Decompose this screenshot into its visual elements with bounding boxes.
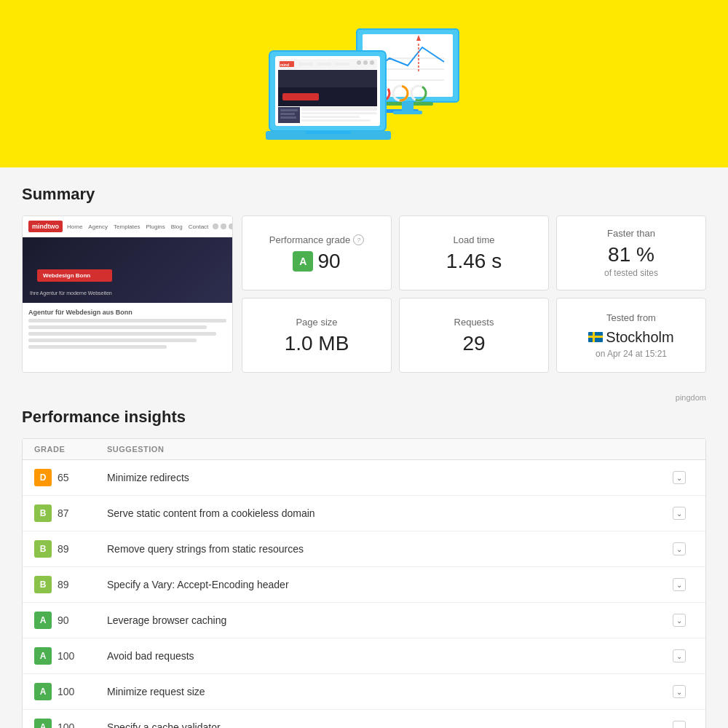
svg-rect-23 [317, 63, 331, 66]
insight-grade-cell: A 100 [34, 647, 107, 665]
insight-grade-cell: B 87 [34, 505, 107, 522]
page-size-value: 1.0 MB [285, 333, 349, 354]
svg-rect-22 [298, 63, 313, 66]
metric-label-performance: Performance grade ? [269, 234, 364, 245]
metric-tested-from: Tested from Stockholm on Apr 24 at 15:21 [556, 298, 706, 373]
performance-grade-badge: A [293, 251, 313, 272]
preview-nav: HomeAgencyTemplatesPluginsBlogContact [67, 223, 208, 230]
header-grade: GRADE [34, 445, 107, 454]
preview-dots [213, 223, 233, 229]
svg-rect-35 [301, 107, 377, 111]
insight-grade-badge: B [34, 505, 52, 522]
metric-requests: Requests 29 [399, 298, 549, 373]
summary-container: mindtwo HomeAgencyTemplatesPluginsBlogCo… [22, 215, 706, 373]
metric-faster-than: Faster than 81 % of tested sites [556, 215, 706, 290]
metric-label-tested-from: Tested from [606, 312, 656, 323]
insight-score: 89 [58, 543, 69, 555]
summary-title: Summary [22, 185, 706, 204]
svg-rect-24 [335, 63, 349, 66]
svg-rect-32 [280, 109, 298, 111]
insight-suggestion: Minimize request size [107, 686, 665, 697]
insight-expand-button[interactable]: ⌄ [665, 507, 694, 520]
svg-rect-30 [282, 93, 319, 100]
insight-expand-button[interactable]: ⌄ [665, 578, 694, 591]
insight-score: 100 [58, 721, 74, 728]
insight-row[interactable]: A 90 Leverage browser caching ⌄ [23, 603, 705, 638]
insight-grade-badge: A [34, 612, 52, 629]
metric-label-load-time: Load time [453, 234, 494, 245]
insight-row[interactable]: D 65 Minimize redirects ⌄ [23, 460, 705, 496]
svg-rect-33 [280, 113, 295, 115]
metric-performance-grade: Performance grade ? A 90 [242, 215, 392, 290]
insight-grade-badge: A [34, 647, 52, 665]
header-expand [665, 445, 694, 454]
load-time-value: 1.46 s [446, 251, 502, 272]
metric-label-faster-than: Faster than [607, 228, 655, 239]
insight-row[interactable]: B 89 Remove query strings from static re… [23, 531, 705, 567]
svg-rect-40 [306, 131, 351, 134]
insight-score: 90 [58, 614, 69, 626]
metric-load-time: Load time 1.46 s [399, 215, 549, 290]
tested-from-date: on Apr 24 at 15:21 [596, 349, 667, 359]
performance-grade-value: 90 [317, 251, 340, 272]
insight-expand-button[interactable]: ⌄ [665, 685, 694, 698]
preview-logo: mindtwo [28, 221, 63, 232]
insight-score: 100 [58, 686, 74, 697]
insights-title: Performance insights [22, 408, 706, 427]
preview-body: Agentur für Webdesign aus Bonn [23, 303, 232, 372]
insight-row[interactable]: B 89 Specify a Vary: Accept-Encoding hea… [23, 567, 705, 603]
svg-rect-36 [301, 112, 377, 114]
insight-suggestion: Remove query strings from static resourc… [107, 543, 665, 555]
insight-expand-button[interactable]: ⌄ [665, 721, 694, 728]
insight-grade-badge: B [34, 576, 52, 593]
site-preview: mindtwo HomeAgencyTemplatesPluginsBlogCo… [22, 215, 233, 373]
insight-grade-badge: B [34, 540, 52, 558]
chevron-down-icon: ⌄ [673, 614, 686, 627]
svg-rect-34 [280, 116, 296, 119]
insight-expand-button[interactable]: ⌄ [665, 649, 694, 662]
insight-expand-button[interactable]: ⌄ [665, 614, 694, 627]
preview-hero-area: Webdesign Bonn Ihre Agentur für moderne … [23, 237, 232, 303]
insights-header: GRADE SUGGESTION [23, 439, 705, 460]
chevron-down-icon: ⌄ [673, 578, 686, 591]
chevron-down-icon: ⌄ [673, 649, 686, 662]
insight-suggestion: Leverage browser caching [107, 614, 665, 626]
insight-expand-button[interactable]: ⌄ [665, 542, 694, 555]
faster-than-value: 81 % [608, 245, 654, 265]
insight-row[interactable]: A 100 Specify a cache validator ⌄ [23, 710, 705, 728]
insight-suggestion: Serve static content from a cookieless d… [107, 507, 665, 519]
insight-expand-button[interactable]: ⌄ [665, 471, 694, 484]
main-content: Summary mindtwo HomeAgencyTemplatesPlugi… [0, 167, 728, 728]
insight-grade-cell: A 100 [34, 719, 107, 728]
metric-label-requests: Requests [454, 317, 494, 328]
insight-suggestion: Specify a Vary: Accept-Encoding header [107, 579, 665, 590]
svg-text:mind: mind [280, 63, 289, 67]
svg-rect-25 [357, 60, 361, 65]
insight-row[interactable]: A 100 Minimize request size ⌄ [23, 674, 705, 710]
tested-from-city: Stockholm [588, 329, 673, 346]
chevron-down-icon: ⌄ [673, 507, 686, 520]
metric-page-size: Page size 1.0 MB [242, 298, 392, 373]
insight-suggestion: Specify a cache validator [107, 721, 665, 728]
insight-grade-cell: A 100 [34, 683, 107, 700]
svg-rect-38 [301, 119, 371, 122]
chevron-down-icon: ⌄ [673, 471, 686, 484]
performance-help-icon[interactable]: ? [353, 234, 364, 245]
svg-rect-16 [393, 111, 422, 114]
insight-grade-badge: A [34, 719, 52, 728]
chevron-down-icon: ⌄ [673, 685, 686, 698]
insight-rows-container: D 65 Minimize redirects ⌄ B 87 Serve sta… [23, 460, 705, 728]
insight-row[interactable]: B 87 Serve static content from a cookiel… [23, 496, 705, 531]
svg-rect-27 [370, 60, 374, 65]
svg-rect-15 [402, 102, 414, 111]
chevron-down-icon: ⌄ [673, 721, 686, 728]
insight-grade-cell: B 89 [34, 540, 107, 558]
insight-row[interactable]: A 100 Avoid bad requests ⌄ [23, 638, 705, 674]
insight-score: 87 [58, 507, 69, 519]
metric-label-page-size: Page size [296, 317, 337, 328]
insight-grade-badge: D [34, 469, 52, 486]
insights-table: GRADE SUGGESTION D 65 Minimize redirects… [22, 438, 706, 728]
insight-score: 65 [58, 472, 69, 483]
preview-hero-badge: Webdesign Bonn [37, 269, 112, 282]
svg-rect-37 [301, 116, 360, 118]
